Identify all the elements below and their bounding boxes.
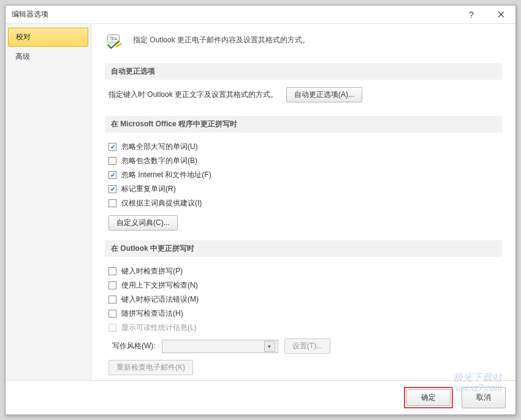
checkbox-icon <box>108 171 116 179</box>
sidebar-item-label: 高级 <box>15 52 30 61</box>
autocorrect-row: 指定键入时 Outlook 更正文字及设置其格式的方式。 自动更正选项(A)..… <box>105 87 502 111</box>
recheck-email-button: 重新检查电子邮件(K) <box>108 360 193 375</box>
window-title: 编辑器选项 <box>12 9 457 20</box>
checkbox-label: 键入时标记语法错误(M) <box>121 294 199 305</box>
checkbox-icon <box>108 185 116 193</box>
checkbox-icon <box>108 157 116 165</box>
chevron-down-icon: ▾ <box>264 341 275 352</box>
section-autocorrect-header: 自动更正选项 <box>105 63 502 80</box>
checkbox-icon <box>108 143 116 151</box>
check-mark-grammar-as-type[interactable]: 键入时标记语法错误(M) <box>108 292 498 307</box>
checkbox-label: 忽略包含数字的单词(B) <box>121 156 197 166</box>
sidebar-item-proofing[interactable]: 校对 <box>8 28 88 47</box>
checkbox-label: 标记重复单词(R) <box>121 184 176 194</box>
writing-style-select[interactable]: ▾ <box>162 340 278 353</box>
office-spelling-checklist: 忽略全部大写的单词(U) 忽略包含数字的单词(B) 忽略 Internet 和文… <box>105 140 502 235</box>
svg-text:字A: 字A <box>110 36 118 42</box>
help-button[interactable]: ? <box>457 6 486 24</box>
checkbox-icon <box>108 324 116 332</box>
autocorrect-options-button[interactable]: 自动更正选项(A)... <box>286 87 362 102</box>
checkbox-icon <box>108 310 116 318</box>
editor-options-dialog: 编辑器选项 ? 校对 高级 字A <box>5 5 516 415</box>
checkbox-label: 仅根据主词典提供建议(I) <box>121 198 202 208</box>
check-main-dict-only[interactable]: 仅根据主词典提供建议(I) <box>108 196 498 210</box>
checkbox-icon <box>108 199 116 207</box>
checkbox-label: 显示可读性统计信息(L) <box>121 323 197 333</box>
check-readability-stats: 显示可读性统计信息(L) <box>108 321 498 335</box>
dialog-footer: 确定 取消 <box>6 380 515 414</box>
check-contextual-spelling[interactable]: 使用上下文拼写检查(N) <box>108 278 498 292</box>
ok-button-highlight: 确定 <box>404 387 453 408</box>
section-outlook-spelling-header: 在 Outlook 中更正拼写时 <box>105 240 502 257</box>
checkbox-icon <box>108 281 116 289</box>
dialog-body: 校对 高级 字A 指定 Outlook 更正电子邮件内容及设置其格式的方式。 <box>6 24 515 380</box>
sidebar-item-advanced[interactable]: 高级 <box>8 48 88 66</box>
content-panel: 字A 指定 Outlook 更正电子邮件内容及设置其格式的方式。 自动更正选项 … <box>91 24 515 380</box>
ok-button[interactable]: 确定 <box>406 389 451 406</box>
titlebar: 编辑器选项 ? <box>6 6 515 24</box>
custom-dictionaries-button[interactable]: 自定义词典(C)... <box>108 215 178 231</box>
check-grammar-with-spelling[interactable]: 随拼写检查语法(H) <box>108 307 498 321</box>
checkbox-label: 键入时检查拼写(P) <box>121 266 183 277</box>
writing-style-label: 写作风格(W): <box>112 341 156 351</box>
check-check-spelling-as-type[interactable]: 键入时检查拼写(P) <box>108 264 498 278</box>
check-ignore-internet[interactable]: 忽略 Internet 和文件地址(F) <box>108 168 498 182</box>
checkbox-label: 忽略 Internet 和文件地址(F) <box>121 170 211 180</box>
header-row: 字A 指定 Outlook 更正电子邮件内容及设置其格式的方式。 <box>105 32 502 52</box>
check-flag-repeat[interactable]: 标记重复单词(R) <box>108 182 498 196</box>
checkbox-label: 忽略全部大写的单词(U) <box>121 142 198 152</box>
close-icon <box>498 11 504 18</box>
cancel-button[interactable]: 取消 <box>462 387 506 408</box>
writing-style-settings-button: 设置(T)... <box>284 338 330 354</box>
check-ignore-uppercase[interactable]: 忽略全部大写的单词(U) <box>108 140 498 154</box>
close-button[interactable] <box>486 6 515 24</box>
checkbox-label: 使用上下文拼写检查(N) <box>121 280 198 291</box>
checkbox-label: 随拼写检查语法(H) <box>121 308 183 319</box>
checkbox-icon <box>108 267 116 275</box>
autocorrect-text: 指定键入时 Outlook 更正文字及设置其格式的方式。 <box>108 90 278 100</box>
checkbox-icon <box>108 296 116 304</box>
outlook-spelling-checklist: 键入时检查拼写(P) 使用上下文拼写检查(N) 键入时标记语法错误(M) 随拼写… <box>105 264 502 380</box>
sidebar-item-label: 校对 <box>16 32 31 41</box>
header-description: 指定 Outlook 更正电子邮件内容及设置其格式的方式。 <box>133 32 310 45</box>
sidebar: 校对 高级 <box>6 24 91 380</box>
writing-style-row: 写作风格(W): ▾ 设置(T)... <box>108 335 498 357</box>
proofing-icon: 字A <box>105 32 124 52</box>
check-ignore-numbers[interactable]: 忽略包含数字的单词(B) <box>108 154 498 168</box>
section-office-spelling-header: 在 Microsoft Office 程序中更正拼写时 <box>105 116 502 132</box>
